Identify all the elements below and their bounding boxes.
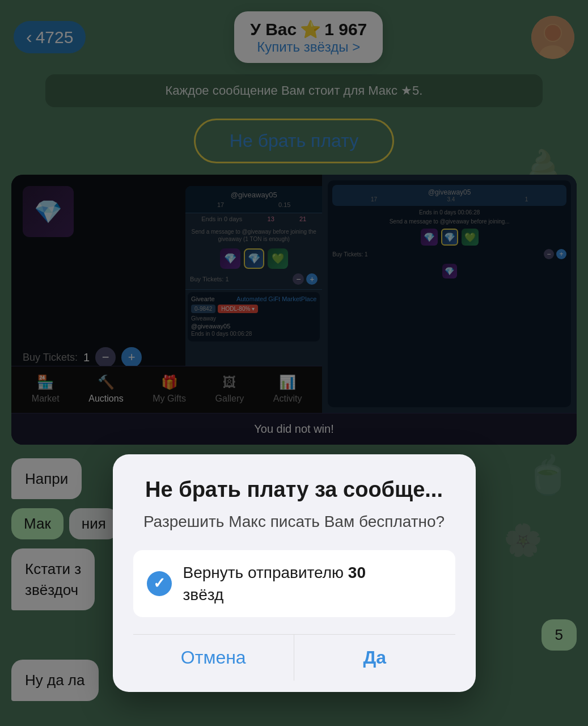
modal-card: Не брать плату за сообще... Разрешить Ма… <box>113 454 476 692</box>
cancel-button[interactable]: Отмена <box>133 635 295 681</box>
stars-amount: 30 <box>348 564 366 581</box>
option-text: Вернуть отправителю 30звёзд <box>183 562 366 606</box>
modal-option-row: ✓ Вернуть отправителю 30звёзд <box>133 550 455 617</box>
modal-overlay: Не брать плату за сообще... Разрешить Ма… <box>0 0 588 726</box>
checkbox-icon[interactable]: ✓ <box>147 571 172 596</box>
checkmark-icon: ✓ <box>153 575 166 592</box>
modal-actions: Отмена Да <box>133 634 455 681</box>
confirm-button[interactable]: Да <box>294 635 455 681</box>
modal-title: Не брать плату за сообще... <box>133 477 455 503</box>
modal-subtitle: Разрешить Макс писать Вам бесплатно? <box>133 510 455 533</box>
